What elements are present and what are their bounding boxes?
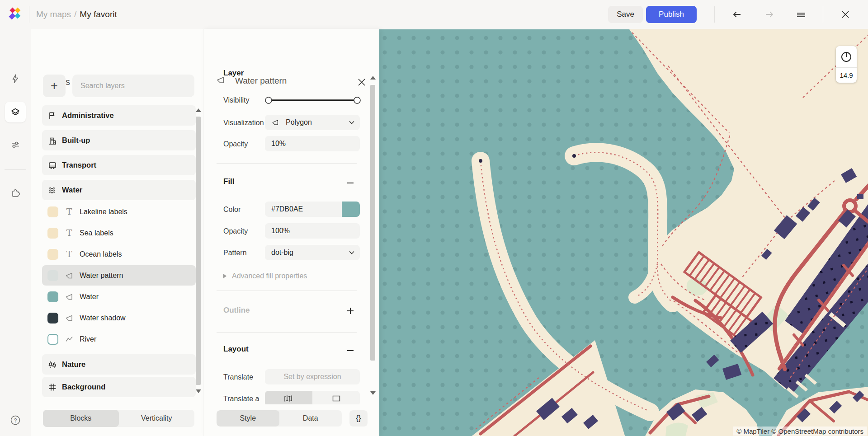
rail-actions-button[interactable]: [5, 68, 26, 89]
layer-group-administrative[interactable]: Administrative: [42, 105, 196, 126]
save-button[interactable]: Save: [608, 6, 643, 23]
fill-opacity-input[interactable]: 100%: [265, 223, 360, 239]
translate-label: Translate: [223, 373, 253, 381]
layer-item-water-shadow[interactable]: Water shadow: [42, 308, 196, 328]
polygon-icon: [65, 271, 74, 280]
close-editor-button[interactable]: [840, 9, 851, 20]
maptiler-editor: 14.9 © MapTiler © OpenStreetMap contribu…: [0, 0, 868, 436]
layer-item-label: Ocean labels: [80, 250, 122, 258]
section-heading-outline: Outline: [223, 306, 250, 315]
layer-item-lakeline-labels[interactable]: T Lakeline labels: [42, 202, 196, 222]
layers-scroll-up[interactable]: [196, 108, 201, 112]
layer-swatch: [47, 249, 58, 260]
layer-properties-panel: Water pattern Layer Visibility Visualiza…: [203, 29, 379, 436]
layer-group-background[interactable]: Background: [42, 377, 196, 397]
topbar-divider-close: [823, 6, 823, 23]
rail-plugins-button[interactable]: [5, 183, 26, 204]
polygon-icon: [65, 314, 74, 323]
collapse-fill-button[interactable]: [346, 179, 354, 187]
anchor-map-option[interactable]: [265, 391, 312, 406]
properties-scroll-up[interactable]: [370, 76, 376, 80]
fill-color-swatch[interactable]: [342, 202, 360, 217]
layer-item-label: River: [80, 335, 96, 343]
fill-pattern-value: dot-big: [271, 248, 293, 257]
translate-expression-field[interactable]: Set by expression: [265, 369, 360, 384]
text-icon: T: [65, 250, 74, 259]
layer-group-nature[interactable]: Nature: [42, 354, 196, 375]
translate-anchor-segment: [265, 391, 360, 406]
polygon-icon: [65, 292, 74, 301]
tab-verticality[interactable]: Verticality: [119, 410, 195, 427]
properties-tabs: Style Data: [217, 410, 342, 427]
visualization-label: Visualization: [223, 119, 264, 127]
maptiler-logo[interactable]: [7, 6, 24, 23]
layer-group-built-up[interactable]: Built-up: [42, 130, 196, 150]
collapse-layout-button[interactable]: [346, 347, 354, 355]
visibility-label: Visibility: [223, 96, 250, 104]
tab-style[interactable]: Style: [217, 410, 279, 427]
chevron-down-icon: [349, 121, 354, 124]
compass-button[interactable]: [836, 46, 857, 68]
layer-search: [72, 75, 194, 97]
search-layers-input[interactable]: [72, 75, 194, 97]
lightning-icon: [10, 73, 21, 84]
fill-pattern-dropdown[interactable]: dot-big: [265, 245, 360, 260]
visualization-dropdown[interactable]: Polygon: [265, 115, 360, 130]
layers-panel: Layers + Administrative Built-up: [31, 29, 203, 436]
section-heading-layout: Layout: [223, 345, 249, 354]
fill-pattern-label: Pattern: [223, 249, 247, 257]
fill-color-input[interactable]: #7DB0AE: [265, 202, 360, 217]
waves-icon: [47, 185, 57, 195]
add-layer-button[interactable]: +: [43, 75, 66, 97]
plus-icon: [346, 307, 354, 315]
add-outline-button[interactable]: [346, 307, 354, 315]
properties-panel-close-button[interactable]: [356, 76, 368, 88]
advanced-fill-properties-toggle[interactable]: Advanced fill properties: [223, 272, 307, 280]
layer-swatch: [47, 291, 58, 302]
breadcrumb-my-maps[interactable]: My maps: [36, 9, 71, 19]
rail-layers-button[interactable]: [5, 102, 26, 122]
layers-scroll-down[interactable]: [196, 389, 201, 393]
tab-blocks[interactable]: Blocks: [43, 410, 119, 427]
properties-scroll-down[interactable]: [370, 391, 376, 395]
layer-item-sea-labels[interactable]: T Sea labels: [42, 223, 196, 243]
close-icon: [840, 9, 851, 20]
layer-item-ocean-labels[interactable]: T Ocean labels: [42, 244, 196, 264]
layer-group-water[interactable]: Water: [42, 180, 196, 200]
layer-swatch: [47, 270, 58, 281]
layers-icon: [10, 107, 21, 117]
map-artwork: [379, 29, 868, 436]
layer-group-label: Nature: [62, 360, 85, 369]
layer-item-water[interactable]: Water: [42, 286, 196, 307]
layer-swatch: [47, 313, 58, 323]
layer-item-label: Water shadow: [80, 314, 126, 322]
tab-data[interactable]: Data: [279, 410, 342, 427]
undo-button[interactable]: [731, 9, 742, 20]
trees-icon: [47, 360, 57, 370]
layer-group-transport[interactable]: Transport: [42, 155, 196, 175]
publish-button[interactable]: Publish: [646, 6, 697, 23]
puzzle-icon: [10, 188, 21, 199]
tool-rail: ?: [0, 29, 31, 436]
redo-button[interactable]: [764, 9, 775, 20]
layer-item-label: Water pattern: [80, 272, 123, 280]
layer-opacity-input[interactable]: 10%: [265, 136, 360, 151]
topbar: My maps / My favorit Save Publish: [0, 0, 868, 29]
visibility-slider[interactable]: [265, 94, 361, 107]
menu-button[interactable]: [796, 9, 807, 20]
properties-bottom-bar: Style Data {}: [203, 404, 379, 436]
topbar-divider-left: [29, 6, 29, 23]
map-attribution[interactable]: © MapTiler © OpenStreetMap contributors: [733, 427, 867, 436]
map-canvas[interactable]: [379, 29, 868, 436]
anchor-viewport-option[interactable]: [312, 391, 360, 406]
layer-item-water-pattern[interactable]: Water pattern: [42, 265, 196, 286]
section-divider: [217, 332, 357, 333]
properties-scrollbar-thumb[interactable]: [370, 85, 375, 361]
layers-scrollbar-thumb[interactable]: [196, 117, 201, 385]
code-editor-button[interactable]: {}: [349, 410, 368, 427]
rail-help-button[interactable]: ?: [5, 410, 26, 431]
visualization-value: Polygon: [286, 118, 312, 127]
rail-settings-button[interactable]: [5, 134, 26, 155]
layer-group-label: Administrative: [62, 111, 114, 120]
layer-item-river[interactable]: River: [42, 329, 196, 349]
